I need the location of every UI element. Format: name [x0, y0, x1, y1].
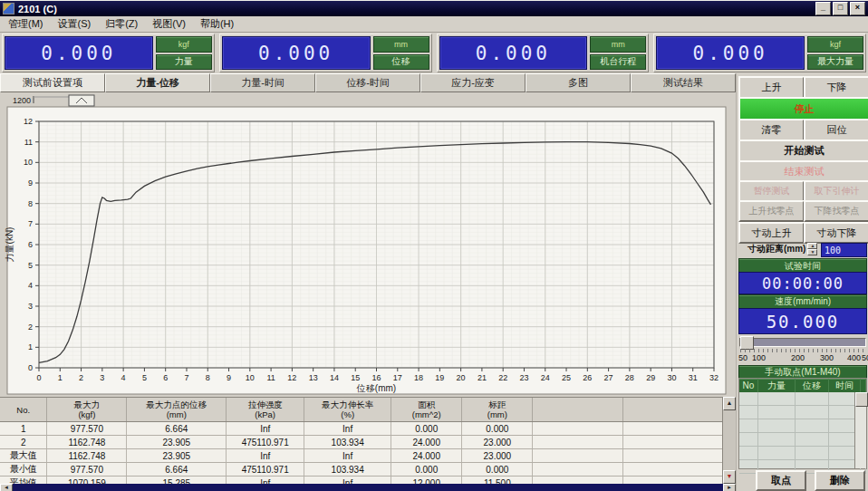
manual-table-scrollbar[interactable]	[854, 392, 866, 468]
y-tick-label: 2	[28, 323, 33, 332]
display-badges: kgf力量	[156, 36, 212, 70]
tab-4[interactable]: 位移-时间	[315, 73, 420, 92]
down-find-zero-button[interactable]: 下降找零点	[804, 200, 868, 222]
menu-item[interactable]: 管理(M)	[8, 17, 43, 31]
manual-table-row	[739, 392, 866, 406]
scroll-up-icon[interactable]: ▲	[723, 397, 736, 410]
close-button[interactable]: ×	[850, 2, 865, 15]
manual-header-cell: 时间	[829, 379, 861, 392]
manual-header-cell: 力量	[758, 379, 796, 392]
zero-button[interactable]: 清零	[738, 119, 805, 141]
spinner-up-icon[interactable]: ▲	[807, 243, 817, 249]
manual-cell	[739, 392, 758, 405]
manual-table-row	[739, 419, 866, 433]
speed-slider[interactable]	[739, 338, 866, 347]
result-cell: Inf	[227, 449, 304, 462]
up-find-zero-button[interactable]: 上升找零点	[738, 200, 805, 222]
tab-3[interactable]: 力量-时间	[210, 73, 315, 92]
speed-scale-label: 200	[791, 353, 805, 362]
x-tick-label: 24	[541, 373, 550, 382]
x-axis-label: 位移(mm)	[356, 383, 396, 393]
results-header-cell: No.	[0, 398, 47, 421]
manual-header-cell: 位移	[796, 379, 829, 392]
menu-item[interactable]: 帮助(H)	[200, 17, 234, 31]
return-button[interactable]: 回位	[804, 119, 868, 141]
result-cell: 0.000	[391, 463, 462, 476]
y-tick-label: 1	[28, 342, 33, 351]
stop-button[interactable]: 停止	[738, 97, 868, 120]
tab-2[interactable]: 力量-位移	[105, 73, 210, 92]
start-test-button[interactable]: 开始测试	[738, 140, 868, 162]
pause-test-button[interactable]: 暂停测试	[738, 180, 805, 202]
header-name: 最大力伸长率	[322, 400, 373, 409]
results-header-cell: 最大力伸长率(%)	[304, 398, 391, 421]
results-table: No.最大力(kgf)最大力点的位移(mm)拉伸强度(kPa)最大力伸长率(%)…	[0, 397, 723, 485]
header-name: 最大力点的位移	[147, 400, 207, 409]
y-tick-label: 0	[28, 363, 33, 372]
table-row: 1977.5706.664InfInf0.0000.000	[0, 422, 723, 436]
jog-distance-input[interactable]: 100	[821, 243, 867, 257]
scroll-down-icon[interactable]: ▼	[723, 470, 736, 484]
results-vertical-scrollbar[interactable]: ▲ ▼	[722, 397, 736, 484]
display-panel: 0.000kgf力量	[2, 34, 215, 72]
tab-1[interactable]: 测试前设置项	[0, 73, 105, 92]
slider-ticks	[740, 349, 865, 352]
header-unit: (mm)	[487, 409, 507, 419]
tab-6[interactable]: 多图	[526, 73, 631, 92]
manual-cell	[758, 406, 796, 419]
lcd-value: 0.000	[222, 36, 371, 70]
result-cell: 6.664	[127, 463, 227, 476]
results-horizontal-scrollbar[interactable]: ◄ ►	[0, 484, 736, 491]
results-header-cell: 最大力(kgf)	[47, 398, 127, 421]
y-tick-label: 12	[24, 117, 33, 126]
result-cell: 23.905	[127, 449, 227, 462]
spinner-down-icon[interactable]: ▼	[807, 249, 817, 255]
manual-cell	[739, 419, 758, 432]
up-button[interactable]: 上升	[738, 76, 805, 99]
hscroll-channel[interactable]	[13, 484, 723, 491]
result-cell: 977.570	[47, 422, 127, 435]
manual-scroll-thumb[interactable]	[855, 392, 868, 407]
result-cell: 24.000	[391, 449, 462, 462]
manual-cell	[739, 406, 758, 419]
remove-extensometer-button[interactable]: 取下引伸计	[804, 180, 868, 202]
slider-thumb[interactable]	[740, 336, 754, 350]
scroll-left-icon[interactable]: ◄	[0, 484, 13, 491]
jog-down-button[interactable]: 寸动下降	[804, 222, 868, 244]
menu-item[interactable]: 归零(Z)	[105, 17, 138, 31]
result-cell: 24.000	[391, 436, 462, 448]
result-cell: 最大值	[0, 449, 47, 462]
x-tick-label: 20	[457, 373, 466, 382]
x-tick-label: 31	[689, 373, 698, 382]
lcd-value: 0.000	[439, 36, 588, 70]
manual-table-header: No力量位移时间	[739, 379, 866, 392]
lcd-value: 0.000	[656, 36, 805, 70]
menu-item[interactable]: 视图(V)	[152, 17, 186, 31]
display-badges: mm位移	[373, 36, 429, 70]
result-cell	[623, 463, 723, 476]
jog-up-button[interactable]: 寸动上升	[738, 222, 805, 244]
jog-distance-spinner[interactable]: ▲ ▼	[807, 243, 817, 255]
x-tick-label: 12	[287, 373, 296, 382]
minimize-button[interactable]: _	[815, 2, 831, 15]
scroll-right-icon[interactable]: ►	[723, 484, 736, 491]
x-tick-label: 27	[604, 373, 613, 382]
app-window: 2101 (C) _ □ × 管理(M)设置(S)归零(Z)视图(V)帮助(H)…	[0, 0, 868, 491]
end-test-button[interactable]: 结束测试	[738, 160, 868, 182]
take-point-button[interactable]: 取点	[756, 470, 806, 491]
manual-table-row	[739, 447, 866, 460]
manual-cell	[758, 433, 796, 446]
tab-7[interactable]: 测试结果	[631, 73, 736, 92]
results-header-cell: 最大力点的位移(mm)	[127, 398, 227, 421]
delete-button[interactable]: 删除	[815, 470, 865, 491]
result-cell: 475110.971	[227, 463, 304, 476]
down-button[interactable]: 下降	[804, 76, 868, 99]
result-cell	[623, 436, 723, 448]
y-tick-label: 4	[28, 281, 33, 290]
maximize-button[interactable]: □	[833, 2, 848, 15]
result-cell: 475110.971	[227, 436, 304, 448]
results-table-header: No.最大力(kgf)最大力点的位移(mm)拉伸强度(kPa)最大力伸长率(%)…	[0, 398, 723, 422]
control-sidebar: 上升 下降 停止 清零 回位 开始测试 结束测试 暂停测试 取下引伸计 上升找零…	[736, 73, 868, 491]
menu-item[interactable]: 设置(S)	[58, 17, 92, 31]
tab-5[interactable]: 应力-应变	[420, 73, 526, 92]
